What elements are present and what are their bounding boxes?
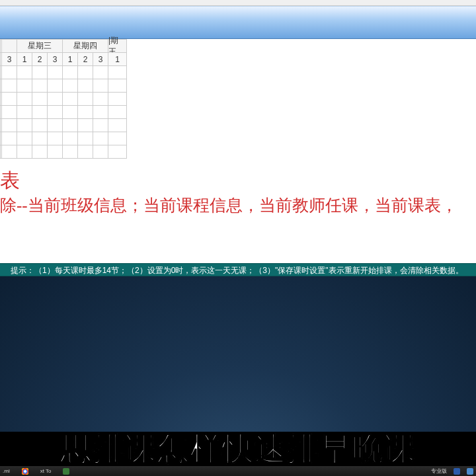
warning-line-1: 表 (0, 167, 476, 194)
taskbar-left: .mi xt To (3, 468, 69, 475)
period-cell: 3 (47, 52, 62, 65)
app-icon[interactable] (63, 468, 69, 475)
day-header-partial (1, 39, 17, 52)
desktop-wallpaper[interactable] (0, 276, 476, 446)
period-cell: 2 (32, 52, 47, 65)
day-header-thu: 星期四 (62, 39, 108, 52)
shield-icon[interactable] (467, 468, 473, 475)
day-header-wed: 星期三 (17, 39, 62, 52)
day-header-fri: |期王 (108, 39, 126, 52)
taskbar-status[interactable]: 专业版 (431, 467, 447, 475)
window-title-bar[interactable] (0, 6, 476, 39)
main-content: 星期三 星期四 |期王 3 1 2 3 1 2 3 1 表 除--当前班级信息；… (0, 39, 476, 218)
table-row[interactable] (0, 132, 126, 145)
taskbar-right: 专业版 (431, 467, 473, 475)
period-cell: 3 (1, 52, 17, 65)
taskbar-item[interactable]: .mi (3, 468, 10, 474)
video-caption-band: 思排课怎样快速排早晚课 (0, 432, 476, 466)
period-header-row: 3 1 2 3 1 2 3 1 (0, 52, 126, 65)
table-row[interactable] (0, 145, 126, 158)
hint-status-bar: 提示：（1）每天课时最多14节；（2）设置为0时，表示这一天无课；（3）"保存课… (0, 263, 476, 276)
taskbar-item[interactable]: xt To (40, 468, 52, 474)
period-cell: 3 (93, 52, 108, 65)
period-cell: 1 (108, 52, 126, 65)
toolbar-strip (0, 0, 476, 6)
tray-icon[interactable] (454, 468, 460, 475)
table-row[interactable] (0, 79, 126, 92)
table-row[interactable] (0, 118, 126, 132)
period-cell: 1 (17, 52, 32, 65)
day-header-row: 星期三 星期四 |期王 (0, 39, 126, 52)
taskbar[interactable]: .mi xt To 专业版 (0, 466, 476, 476)
schedule-grid[interactable]: 星期三 星期四 |期王 3 1 2 3 1 2 3 1 (0, 39, 127, 159)
table-row[interactable] (0, 105, 126, 118)
video-caption-text: 思排课怎样快速排早晚课 (60, 432, 416, 466)
table-row[interactable] (0, 92, 126, 105)
warning-text-block: 表 除--当前班级信息；当前课程信息，当前教师任课，当前课表， (0, 161, 476, 218)
chrome-icon[interactable] (22, 468, 28, 475)
warning-line-2: 除--当前班级信息；当前课程信息，当前教师任课，当前课表， (0, 194, 476, 218)
period-cell: 1 (62, 52, 77, 65)
period-cell: 2 (77, 52, 93, 65)
table-row[interactable] (0, 65, 126, 79)
